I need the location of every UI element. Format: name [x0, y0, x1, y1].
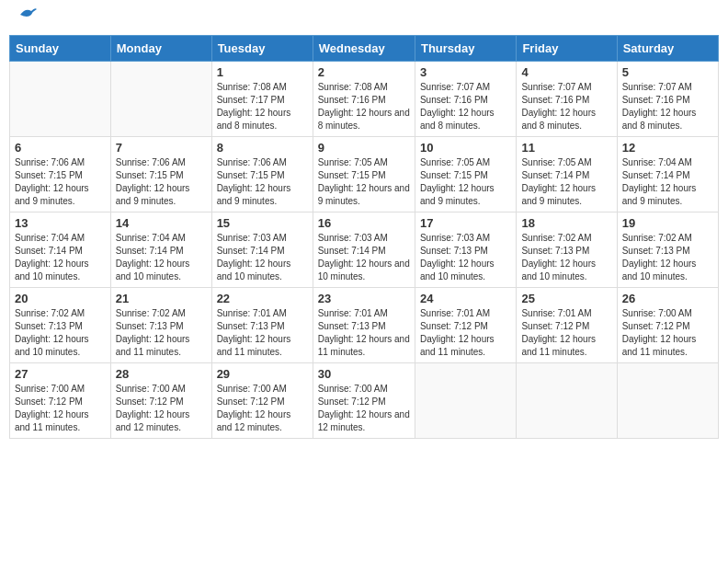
table-row: 27Sunrise: 7:00 AM Sunset: 7:12 PM Dayli…: [10, 363, 111, 439]
table-row: 17Sunrise: 7:03 AM Sunset: 7:13 PM Dayli…: [415, 213, 516, 288]
day-number: 12: [622, 141, 713, 155]
day-info: Sunrise: 7:00 AM Sunset: 7:12 PM Dayligh…: [15, 383, 106, 434]
day-info: Sunrise: 7:05 AM Sunset: 7:15 PM Dayligh…: [420, 156, 511, 208]
calendar-week-row: 6Sunrise: 7:06 AM Sunset: 7:15 PM Daylig…: [10, 137, 719, 213]
day-info: Sunrise: 7:02 AM Sunset: 7:13 PM Dayligh…: [116, 307, 207, 359]
header: [9, 9, 719, 28]
day-info: Sunrise: 7:08 AM Sunset: 7:17 PM Dayligh…: [217, 81, 308, 132]
day-number: 19: [622, 216, 713, 230]
calendar-week-row: 27Sunrise: 7:00 AM Sunset: 7:12 PM Dayli…: [10, 363, 719, 439]
table-row: 25Sunrise: 7:01 AM Sunset: 7:12 PM Dayli…: [517, 288, 617, 363]
day-number: 3: [420, 65, 511, 79]
day-number: 10: [420, 141, 511, 155]
table-row: 19Sunrise: 7:02 AM Sunset: 7:13 PM Dayli…: [617, 213, 718, 288]
day-number: 4: [521, 65, 611, 79]
table-row: 28Sunrise: 7:00 AM Sunset: 7:12 PM Dayli…: [110, 363, 211, 439]
table-row: [415, 363, 516, 439]
day-number: 1: [217, 65, 308, 79]
calendar-day-header: Saturday: [617, 36, 718, 62]
day-number: 26: [622, 292, 713, 305]
day-info: Sunrise: 7:04 AM Sunset: 7:14 PM Dayligh…: [622, 156, 713, 208]
day-info: Sunrise: 7:00 AM Sunset: 7:12 PM Dayligh…: [318, 383, 410, 434]
table-row: 1Sunrise: 7:08 AM Sunset: 7:17 PM Daylig…: [211, 62, 313, 137]
day-number: 22: [217, 292, 308, 305]
table-row: 20Sunrise: 7:02 AM Sunset: 7:13 PM Dayli…: [10, 288, 111, 363]
day-number: 24: [420, 292, 511, 305]
day-number: 16: [318, 216, 410, 230]
calendar-week-row: 20Sunrise: 7:02 AM Sunset: 7:13 PM Dayli…: [10, 288, 719, 363]
day-info: Sunrise: 7:06 AM Sunset: 7:15 PM Dayligh…: [217, 156, 308, 208]
table-row: 26Sunrise: 7:00 AM Sunset: 7:12 PM Dayli…: [617, 288, 718, 363]
day-number: 20: [15, 292, 106, 305]
logo: [17, 13, 39, 24]
calendar-header-row: SundayMondayTuesdayWednesdayThursdayFrid…: [10, 36, 719, 62]
day-info: Sunrise: 7:00 AM Sunset: 7:12 PM Dayligh…: [622, 307, 713, 359]
day-info: Sunrise: 7:04 AM Sunset: 7:14 PM Dayligh…: [15, 232, 106, 283]
calendar-day-header: Monday: [110, 36, 211, 62]
day-number: 9: [318, 141, 410, 155]
day-info: Sunrise: 7:00 AM Sunset: 7:12 PM Dayligh…: [116, 383, 207, 434]
table-row: 3Sunrise: 7:07 AM Sunset: 7:16 PM Daylig…: [415, 62, 516, 137]
day-info: Sunrise: 7:07 AM Sunset: 7:16 PM Dayligh…: [521, 81, 611, 132]
day-info: Sunrise: 7:08 AM Sunset: 7:16 PM Dayligh…: [318, 81, 410, 132]
table-row: 4Sunrise: 7:07 AM Sunset: 7:16 PM Daylig…: [517, 62, 617, 137]
table-row: 10Sunrise: 7:05 AM Sunset: 7:15 PM Dayli…: [415, 137, 516, 213]
day-number: 11: [521, 141, 611, 155]
day-info: Sunrise: 7:03 AM Sunset: 7:14 PM Dayligh…: [217, 232, 308, 283]
day-number: 27: [15, 367, 106, 381]
table-row: [110, 62, 211, 137]
logo-bird-icon: [18, 6, 39, 24]
day-number: 6: [15, 141, 106, 155]
day-number: 21: [116, 292, 207, 305]
table-row: 14Sunrise: 7:04 AM Sunset: 7:14 PM Dayli…: [110, 213, 211, 288]
table-row: 23Sunrise: 7:01 AM Sunset: 7:13 PM Dayli…: [313, 288, 415, 363]
day-info: Sunrise: 7:01 AM Sunset: 7:12 PM Dayligh…: [420, 307, 511, 359]
day-info: Sunrise: 7:06 AM Sunset: 7:15 PM Dayligh…: [15, 156, 106, 208]
calendar-week-row: 1Sunrise: 7:08 AM Sunset: 7:17 PM Daylig…: [10, 62, 719, 137]
day-info: Sunrise: 7:07 AM Sunset: 7:16 PM Dayligh…: [420, 81, 511, 132]
day-info: Sunrise: 7:03 AM Sunset: 7:14 PM Dayligh…: [318, 232, 410, 283]
day-info: Sunrise: 7:04 AM Sunset: 7:14 PM Dayligh…: [116, 232, 207, 283]
day-info: Sunrise: 7:05 AM Sunset: 7:15 PM Dayligh…: [318, 156, 410, 208]
table-row: [617, 363, 718, 439]
table-row: 13Sunrise: 7:04 AM Sunset: 7:14 PM Dayli…: [10, 213, 111, 288]
calendar-day-header: Thursday: [415, 36, 516, 62]
table-row: 11Sunrise: 7:05 AM Sunset: 7:14 PM Dayli…: [517, 137, 617, 213]
calendar-week-row: 13Sunrise: 7:04 AM Sunset: 7:14 PM Dayli…: [10, 213, 719, 288]
day-info: Sunrise: 7:01 AM Sunset: 7:12 PM Dayligh…: [521, 307, 611, 359]
calendar-day-header: Tuesday: [211, 36, 313, 62]
day-number: 2: [318, 65, 410, 79]
day-number: 28: [116, 367, 207, 381]
day-number: 14: [116, 216, 207, 230]
day-number: 8: [217, 141, 308, 155]
day-info: Sunrise: 7:07 AM Sunset: 7:16 PM Dayligh…: [622, 81, 713, 132]
day-number: 5: [622, 65, 713, 79]
day-info: Sunrise: 7:02 AM Sunset: 7:13 PM Dayligh…: [622, 232, 713, 283]
table-row: 15Sunrise: 7:03 AM Sunset: 7:14 PM Dayli…: [211, 213, 313, 288]
day-number: 15: [217, 216, 308, 230]
table-row: 16Sunrise: 7:03 AM Sunset: 7:14 PM Dayli…: [313, 213, 415, 288]
table-row: 22Sunrise: 7:01 AM Sunset: 7:13 PM Dayli…: [211, 288, 313, 363]
day-info: Sunrise: 7:00 AM Sunset: 7:12 PM Dayligh…: [217, 383, 308, 434]
day-info: Sunrise: 7:05 AM Sunset: 7:14 PM Dayligh…: [521, 156, 611, 208]
calendar-day-header: Sunday: [10, 36, 111, 62]
table-row: [10, 62, 111, 137]
table-row: 8Sunrise: 7:06 AM Sunset: 7:15 PM Daylig…: [211, 137, 313, 213]
table-row: 29Sunrise: 7:00 AM Sunset: 7:12 PM Dayli…: [211, 363, 313, 439]
table-row: 12Sunrise: 7:04 AM Sunset: 7:14 PM Dayli…: [617, 137, 718, 213]
table-row: 7Sunrise: 7:06 AM Sunset: 7:15 PM Daylig…: [110, 137, 211, 213]
day-number: 18: [521, 216, 611, 230]
calendar: SundayMondayTuesdayWednesdayThursdayFrid…: [9, 35, 719, 439]
day-info: Sunrise: 7:06 AM Sunset: 7:15 PM Dayligh…: [116, 156, 207, 208]
day-info: Sunrise: 7:01 AM Sunset: 7:13 PM Dayligh…: [217, 307, 308, 359]
table-row: 18Sunrise: 7:02 AM Sunset: 7:13 PM Dayli…: [517, 213, 617, 288]
day-number: 25: [521, 292, 611, 305]
day-number: 17: [420, 216, 511, 230]
table-row: 24Sunrise: 7:01 AM Sunset: 7:12 PM Dayli…: [415, 288, 516, 363]
table-row: 21Sunrise: 7:02 AM Sunset: 7:13 PM Dayli…: [110, 288, 211, 363]
day-info: Sunrise: 7:02 AM Sunset: 7:13 PM Dayligh…: [521, 232, 611, 283]
day-info: Sunrise: 7:03 AM Sunset: 7:13 PM Dayligh…: [420, 232, 511, 283]
day-number: 29: [217, 367, 308, 381]
day-number: 13: [15, 216, 106, 230]
table-row: 2Sunrise: 7:08 AM Sunset: 7:16 PM Daylig…: [313, 62, 415, 137]
